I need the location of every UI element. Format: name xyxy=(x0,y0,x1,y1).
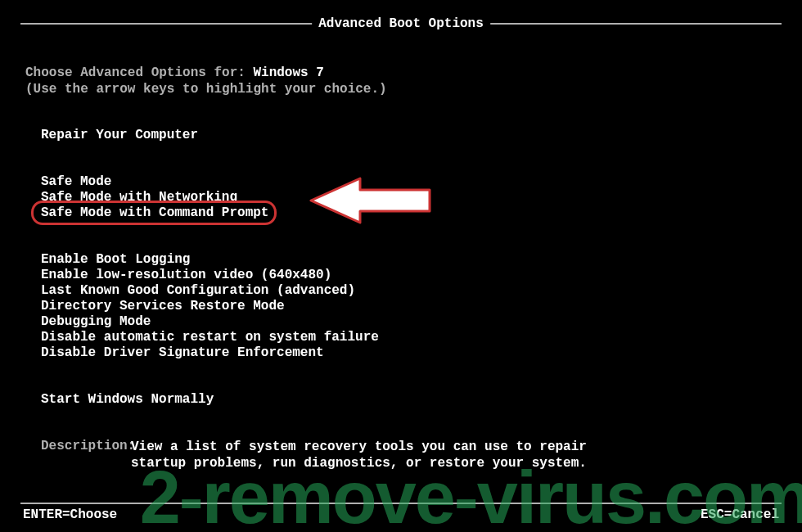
boot-option[interactable]: Enable low-resolution video (640x480) xyxy=(41,268,331,283)
screen-title: Advanced Boot Options xyxy=(312,16,490,31)
boot-option[interactable]: Disable Driver Signature Enforcement xyxy=(41,345,324,361)
option-group: Repair Your Computer xyxy=(41,128,802,143)
boot-option[interactable]: Safe Mode with Command Prompt xyxy=(41,205,268,221)
boot-option[interactable]: Disable automatic restart on system fail… xyxy=(41,330,379,345)
option-group: Enable Boot LoggingEnable low-resolution… xyxy=(41,252,802,361)
boot-option[interactable]: Last Known Good Configuration (advanced) xyxy=(41,283,355,299)
title-rule: Advanced Boot Options xyxy=(20,23,782,25)
boot-option[interactable]: Safe Mode xyxy=(41,174,111,190)
footer-rule xyxy=(20,503,782,504)
description-label: Description: xyxy=(41,439,131,471)
boot-options-list: Repair Your ComputerSafe ModeSafe Mode w… xyxy=(41,128,802,408)
boot-option[interactable]: Start Windows Normally xyxy=(41,392,214,408)
option-group: Start Windows Normally xyxy=(41,392,802,408)
intro-prefix: Choose Advanced Options for: xyxy=(25,65,253,80)
intro-block: Choose Advanced Options for: Windows 7 (… xyxy=(25,65,802,97)
description-text: View a list of system recovery tools you… xyxy=(131,439,589,471)
boot-option[interactable]: Enable Boot Logging xyxy=(41,252,190,268)
footer-enter-hint: ENTER=Choose xyxy=(23,507,117,522)
highlighted-option[interactable]: Safe Mode with Command Prompt xyxy=(41,205,268,221)
footer-esc-hint: ESC=Cancel xyxy=(701,507,779,522)
boot-option[interactable]: Directory Services Restore Mode xyxy=(41,299,285,314)
boot-option[interactable]: Debugging Mode xyxy=(41,314,151,330)
description-block: Description: View a list of system recov… xyxy=(41,439,802,471)
footer-bar: ENTER=Choose ESC=Cancel xyxy=(23,507,779,522)
option-group: Safe ModeSafe Mode with NetworkingSafe M… xyxy=(41,174,802,221)
boot-option[interactable]: Repair Your Computer xyxy=(41,128,198,143)
intro-hint: (Use the arrow keys to highlight your ch… xyxy=(25,82,802,97)
boot-option[interactable]: Safe Mode with Networking xyxy=(41,190,237,205)
intro-line: Choose Advanced Options for: Windows 7 xyxy=(25,65,802,80)
intro-os: Windows 7 xyxy=(253,65,323,80)
